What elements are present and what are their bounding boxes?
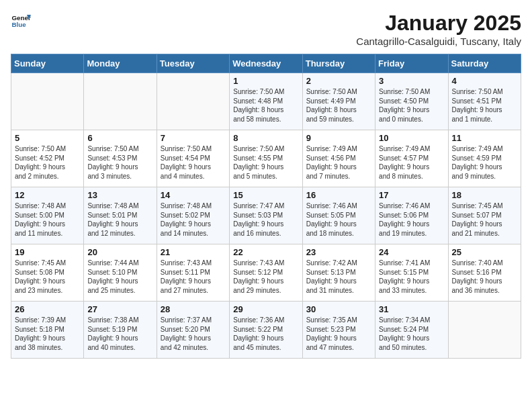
day-number: 27 xyxy=(87,304,152,314)
weekday-header: Saturday xyxy=(448,54,521,73)
calendar-cell: 26Sunrise: 7:39 AM Sunset: 5:18 PM Dayli… xyxy=(11,302,84,359)
day-info: Sunrise: 7:47 AM Sunset: 5:03 PM Dayligh… xyxy=(233,201,298,238)
page-header: General Blue January 2025 Cantagrillo-Ca… xyxy=(11,11,521,47)
day-info: Sunrise: 7:43 AM Sunset: 5:11 PM Dayligh… xyxy=(161,259,226,295)
calendar-cell: 5Sunrise: 7:50 AM Sunset: 4:52 PM Daylig… xyxy=(11,130,84,187)
day-info: Sunrise: 7:40 AM Sunset: 5:16 PM Dayligh… xyxy=(452,259,517,295)
calendar-cell: 7Sunrise: 7:50 AM Sunset: 4:54 PM Daylig… xyxy=(157,130,229,187)
calendar-cell: 25Sunrise: 7:40 AM Sunset: 5:16 PM Dayli… xyxy=(448,244,521,302)
calendar-cell: 20Sunrise: 7:44 AM Sunset: 5:10 PM Dayli… xyxy=(84,244,157,302)
calendar-cell: 3Sunrise: 7:50 AM Sunset: 4:50 PM Daylig… xyxy=(375,73,448,130)
day-info: Sunrise: 7:49 AM Sunset: 4:59 PM Dayligh… xyxy=(452,144,517,181)
day-number: 29 xyxy=(233,304,298,314)
day-number: 8 xyxy=(233,133,298,143)
calendar-cell xyxy=(448,302,521,359)
weekday-header: Monday xyxy=(84,54,157,73)
day-info: Sunrise: 7:50 AM Sunset: 4:54 PM Dayligh… xyxy=(161,144,226,181)
calendar-cell: 10Sunrise: 7:49 AM Sunset: 4:57 PM Dayli… xyxy=(375,130,448,187)
weekday-header: Sunday xyxy=(11,54,84,73)
day-info: Sunrise: 7:50 AM Sunset: 4:50 PM Dayligh… xyxy=(379,87,444,124)
calendar-cell: 19Sunrise: 7:45 AM Sunset: 5:08 PM Dayli… xyxy=(11,244,84,302)
day-number: 5 xyxy=(15,133,80,143)
day-number: 16 xyxy=(306,190,371,200)
calendar-cell xyxy=(84,73,157,130)
day-number: 22 xyxy=(233,247,298,257)
day-number: 6 xyxy=(87,133,152,143)
calendar-cell: 11Sunrise: 7:49 AM Sunset: 4:59 PM Dayli… xyxy=(448,130,521,187)
day-info: Sunrise: 7:39 AM Sunset: 5:18 PM Dayligh… xyxy=(15,316,80,352)
day-number: 15 xyxy=(233,190,298,200)
calendar-cell xyxy=(157,73,229,130)
location: Cantagrillo-Casalguidi, Tuscany, Italy xyxy=(356,36,521,47)
day-info: Sunrise: 7:45 AM Sunset: 5:07 PM Dayligh… xyxy=(452,201,517,238)
day-number: 9 xyxy=(306,133,371,143)
calendar-cell: 17Sunrise: 7:46 AM Sunset: 5:06 PM Dayli… xyxy=(375,187,448,244)
calendar-cell: 13Sunrise: 7:48 AM Sunset: 5:01 PM Dayli… xyxy=(84,187,157,244)
day-number: 30 xyxy=(306,304,371,314)
calendar-cell: 8Sunrise: 7:50 AM Sunset: 4:55 PM Daylig… xyxy=(230,130,302,187)
day-info: Sunrise: 7:49 AM Sunset: 4:57 PM Dayligh… xyxy=(379,144,444,181)
month-title: January 2025 xyxy=(356,11,521,36)
day-number: 13 xyxy=(87,190,152,200)
calendar-cell: 4Sunrise: 7:50 AM Sunset: 4:51 PM Daylig… xyxy=(448,73,521,130)
day-info: Sunrise: 7:48 AM Sunset: 5:00 PM Dayligh… xyxy=(15,201,80,238)
calendar-cell: 9Sunrise: 7:49 AM Sunset: 4:56 PM Daylig… xyxy=(302,130,375,187)
day-number: 21 xyxy=(161,247,226,257)
day-info: Sunrise: 7:50 AM Sunset: 4:53 PM Dayligh… xyxy=(87,144,152,181)
day-number: 18 xyxy=(452,190,517,200)
weekday-header-row: SundayMondayTuesdayWednesdayThursdayFrid… xyxy=(11,54,521,73)
calendar-cell: 14Sunrise: 7:48 AM Sunset: 5:02 PM Dayli… xyxy=(157,187,229,244)
day-info: Sunrise: 7:50 AM Sunset: 4:49 PM Dayligh… xyxy=(306,87,371,124)
day-number: 28 xyxy=(161,304,226,314)
day-number: 1 xyxy=(233,76,298,86)
calendar-cell: 2Sunrise: 7:50 AM Sunset: 4:49 PM Daylig… xyxy=(302,73,375,130)
day-info: Sunrise: 7:50 AM Sunset: 4:48 PM Dayligh… xyxy=(233,87,298,124)
day-info: Sunrise: 7:45 AM Sunset: 5:08 PM Dayligh… xyxy=(15,259,80,295)
day-number: 2 xyxy=(306,76,371,86)
calendar-table: SundayMondayTuesdayWednesdayThursdayFrid… xyxy=(11,54,521,359)
day-number: 12 xyxy=(15,190,80,200)
calendar-cell: 31Sunrise: 7:34 AM Sunset: 5:24 PM Dayli… xyxy=(375,302,448,359)
day-number: 19 xyxy=(15,247,80,257)
day-number: 23 xyxy=(306,247,371,257)
day-number: 4 xyxy=(452,76,517,86)
day-number: 14 xyxy=(161,190,226,200)
day-number: 3 xyxy=(379,76,444,86)
weekday-header: Tuesday xyxy=(157,54,229,73)
day-info: Sunrise: 7:46 AM Sunset: 5:06 PM Dayligh… xyxy=(379,201,444,238)
calendar-cell: 15Sunrise: 7:47 AM Sunset: 5:03 PM Dayli… xyxy=(230,187,302,244)
day-info: Sunrise: 7:48 AM Sunset: 5:02 PM Dayligh… xyxy=(161,201,226,238)
calendar-week-row: 1Sunrise: 7:50 AM Sunset: 4:48 PM Daylig… xyxy=(11,73,521,130)
calendar-cell xyxy=(11,73,84,130)
day-info: Sunrise: 7:44 AM Sunset: 5:10 PM Dayligh… xyxy=(87,259,152,295)
calendar-cell: 1Sunrise: 7:50 AM Sunset: 4:48 PM Daylig… xyxy=(230,73,302,130)
calendar-cell: 22Sunrise: 7:43 AM Sunset: 5:12 PM Dayli… xyxy=(230,244,302,302)
calendar-week-row: 12Sunrise: 7:48 AM Sunset: 5:00 PM Dayli… xyxy=(11,187,521,244)
day-number: 10 xyxy=(379,133,444,143)
day-info: Sunrise: 7:43 AM Sunset: 5:12 PM Dayligh… xyxy=(233,259,298,295)
day-info: Sunrise: 7:50 AM Sunset: 4:51 PM Dayligh… xyxy=(452,87,517,124)
day-info: Sunrise: 7:37 AM Sunset: 5:20 PM Dayligh… xyxy=(161,316,226,352)
day-number: 7 xyxy=(161,133,226,143)
calendar-cell: 29Sunrise: 7:36 AM Sunset: 5:22 PM Dayli… xyxy=(230,302,302,359)
logo-icon: General Blue xyxy=(11,11,31,31)
day-info: Sunrise: 7:36 AM Sunset: 5:22 PM Dayligh… xyxy=(233,316,298,352)
day-info: Sunrise: 7:46 AM Sunset: 5:05 PM Dayligh… xyxy=(306,201,371,238)
day-info: Sunrise: 7:38 AM Sunset: 5:19 PM Dayligh… xyxy=(87,316,152,352)
day-info: Sunrise: 7:50 AM Sunset: 4:52 PM Dayligh… xyxy=(15,144,80,181)
svg-text:Blue: Blue xyxy=(12,21,27,28)
calendar-week-row: 5Sunrise: 7:50 AM Sunset: 4:52 PM Daylig… xyxy=(11,130,521,187)
day-number: 11 xyxy=(452,133,517,143)
calendar-week-row: 26Sunrise: 7:39 AM Sunset: 5:18 PM Dayli… xyxy=(11,302,521,359)
day-info: Sunrise: 7:34 AM Sunset: 5:24 PM Dayligh… xyxy=(379,316,444,352)
day-number: 24 xyxy=(379,247,444,257)
weekday-header: Wednesday xyxy=(230,54,302,73)
calendar-cell: 12Sunrise: 7:48 AM Sunset: 5:00 PM Dayli… xyxy=(11,187,84,244)
day-number: 17 xyxy=(379,190,444,200)
calendar-cell: 6Sunrise: 7:50 AM Sunset: 4:53 PM Daylig… xyxy=(84,130,157,187)
calendar-cell: 30Sunrise: 7:35 AM Sunset: 5:23 PM Dayli… xyxy=(302,302,375,359)
calendar-cell: 23Sunrise: 7:42 AM Sunset: 5:13 PM Dayli… xyxy=(302,244,375,302)
calendar-cell: 18Sunrise: 7:45 AM Sunset: 5:07 PM Dayli… xyxy=(448,187,521,244)
day-number: 25 xyxy=(452,247,517,257)
day-info: Sunrise: 7:49 AM Sunset: 4:56 PM Dayligh… xyxy=(306,144,371,181)
